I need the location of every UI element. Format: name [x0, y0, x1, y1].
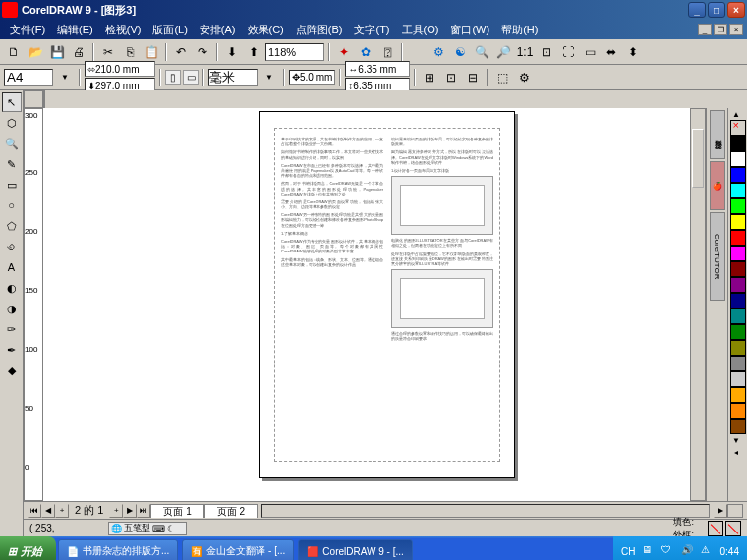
new-icon[interactable]: 🗋	[4, 42, 24, 62]
zoom-width-icon[interactable]: ⬌	[602, 42, 621, 62]
zoom-actual-icon[interactable]: 1:1	[515, 42, 535, 62]
clock[interactable]: 0:44	[720, 546, 739, 557]
tray-icon-1[interactable]: 🖥	[642, 544, 656, 558]
ellipse-tool[interactable]: ○	[2, 196, 22, 215]
units-combo[interactable]	[208, 69, 258, 86]
swatch[interactable]	[730, 183, 746, 198]
task-button-1[interactable]: 📄 书册杂志的排版方...	[58, 539, 178, 560]
corel-online-icon[interactable]: ✿	[356, 42, 375, 62]
task-button-3[interactable]: 🟥 CorelDRAW 9 - [...	[298, 539, 412, 560]
first-page-button[interactable]: ⏮	[28, 504, 41, 518]
nudge-field[interactable]: ✥ 5.0 mm	[289, 70, 335, 85]
swatch[interactable]	[730, 340, 746, 356]
swatch[interactable]	[730, 230, 746, 246]
last-page-button[interactable]: ⏭	[137, 504, 150, 518]
shape-tool[interactable]: ⬡	[2, 113, 22, 133]
swatch[interactable]	[730, 246, 746, 261]
start-button[interactable]: ⊞ 开始	[0, 536, 56, 560]
swatch[interactable]	[730, 371, 746, 387]
add-page-after-button[interactable]: +	[109, 504, 123, 518]
page-tab-2[interactable]: 页面 2	[204, 504, 258, 518]
page-tab-1[interactable]: 页面 1	[150, 504, 203, 518]
menu-arrange[interactable]: 安排(A)	[194, 23, 242, 37]
export-icon[interactable]: ⬆	[244, 42, 263, 62]
swatch[interactable]	[730, 419, 746, 434]
tray-icon-2[interactable]: 🛡	[661, 544, 675, 558]
zoom-out-icon[interactable]: 🔎	[493, 42, 513, 62]
paper-combo[interactable]	[4, 69, 53, 86]
menu-tools[interactable]: 工具(O)	[396, 23, 445, 37]
text-tool[interactable]: A	[2, 257, 22, 277]
fill-tool[interactable]: ◆	[2, 361, 22, 380]
symbol-icon[interactable]: ☯	[450, 42, 470, 62]
swatch[interactable]	[730, 387, 746, 403]
swatch[interactable]	[730, 403, 746, 419]
page-text-frame[interactable]: 基于印刷技术的发展，其在书籍排版制作方面的应用，一直占据着整个排版业的一大份额。…	[274, 128, 500, 462]
options-icon[interactable]: ⚙	[514, 68, 534, 87]
portrait-icon[interactable]: ▯	[165, 70, 181, 85]
menu-bitmap[interactable]: 点阵图(B)	[290, 23, 349, 37]
page-width[interactable]: 210.0 mm	[95, 64, 139, 75]
minimize-button[interactable]: _	[688, 2, 706, 18]
zoom-combo[interactable]	[265, 43, 324, 61]
menu-edit[interactable]: 编辑(E)	[51, 23, 99, 37]
vscroll-thumb[interactable]	[692, 129, 704, 188]
menu-text[interactable]: 文字(T)	[348, 23, 395, 37]
swatch[interactable]	[730, 167, 746, 183]
fill-indicator[interactable]	[708, 521, 723, 536]
palette-down-icon[interactable]: ▼	[728, 434, 744, 446]
outline-tool[interactable]: ✒	[2, 340, 22, 360]
snap-objects-icon[interactable]: ⊟	[463, 68, 483, 87]
pick-tool[interactable]: ↖	[2, 92, 22, 112]
swatch[interactable]	[730, 261, 746, 277]
zoom-page-icon[interactable]: ▭	[580, 42, 600, 62]
swatch-none[interactable]: ×	[730, 120, 746, 136]
paste-icon[interactable]: 📋	[142, 42, 161, 62]
swatch[interactable]	[730, 277, 746, 293]
app-launcher-icon[interactable]: ✦	[334, 42, 354, 62]
freehand-tool[interactable]: ✎	[2, 154, 22, 174]
palette-flyout-icon[interactable]: ◂	[728, 446, 744, 458]
ruler-horizontal[interactable]: 0 50 100 150 200 250 300 350 400 450 500…	[43, 90, 45, 108]
drawing-canvas[interactable]: 基于印刷技术的发展，其在书籍排版制作方面的应用，一直占据着整个排版业的一大份额。…	[43, 108, 690, 501]
docker-tab-1[interactable]: 造型变形	[710, 110, 725, 159]
paper-dropdown-icon[interactable]: ▼	[55, 68, 75, 87]
task-button-2[interactable]: 🈶 金山全文翻译 - [...	[182, 539, 294, 560]
swatch[interactable]	[730, 324, 746, 340]
save-icon[interactable]: 💾	[47, 42, 67, 62]
mdi-minimize[interactable]: _	[698, 24, 712, 35]
mdi-restore[interactable]: ❐	[714, 24, 727, 35]
hscroll-right[interactable]: ▶	[714, 504, 727, 518]
import-icon[interactable]: ⬇	[222, 42, 242, 62]
rectangle-tool[interactable]: ▭	[2, 175, 22, 195]
zoom-in-icon[interactable]: 🔍	[472, 42, 491, 62]
dup-x-field[interactable]: ↔ 6.35 mm	[345, 61, 410, 77]
page-height[interactable]: 297.0 mm	[95, 81, 139, 91]
swatch[interactable]	[730, 356, 746, 371]
menu-effects[interactable]: 效果(C)	[242, 23, 290, 37]
zoom-tool[interactable]: 🔍	[2, 134, 22, 153]
tray-icon-4[interactable]: ⚠	[701, 544, 715, 558]
treat-as-filled-icon[interactable]: ⬚	[492, 68, 512, 87]
docker-tab-2[interactable]: 🍎	[710, 161, 725, 210]
swatch[interactable]	[730, 293, 746, 308]
snap-grid-icon[interactable]: ⊞	[420, 68, 439, 87]
snap-guides-icon[interactable]: ⊡	[441, 68, 461, 87]
copy-icon[interactable]: ⎘	[120, 42, 140, 62]
interactive-transparency-tool[interactable]: ◑	[2, 299, 22, 318]
eyedropper-tool[interactable]: ✑	[2, 319, 22, 339]
print-icon[interactable]: 🖨	[69, 42, 88, 62]
close-button[interactable]: ×	[727, 2, 745, 18]
menu-help[interactable]: 帮助(H)	[495, 23, 544, 37]
document-page[interactable]: 基于印刷技术的发展，其在书籍排版制作方面的应用，一直占据着整个排版业的一大份额。…	[259, 111, 515, 478]
zoom-fit-icon[interactable]: ⛶	[558, 42, 578, 62]
landscape-icon[interactable]: ▭	[183, 70, 199, 85]
lang-indicator[interactable]: CH	[621, 546, 635, 557]
open-icon[interactable]: 📂	[26, 42, 45, 62]
menu-view[interactable]: 检视(V)	[99, 23, 147, 37]
swatch[interactable]	[730, 214, 746, 230]
swatch[interactable]	[730, 198, 746, 214]
zoom-height-icon[interactable]: ⬍	[623, 42, 643, 62]
system-tray[interactable]: CH 🖥 🛡 🔊 ⚠ 0:44	[613, 536, 747, 560]
cut-icon[interactable]: ✂	[98, 42, 118, 62]
